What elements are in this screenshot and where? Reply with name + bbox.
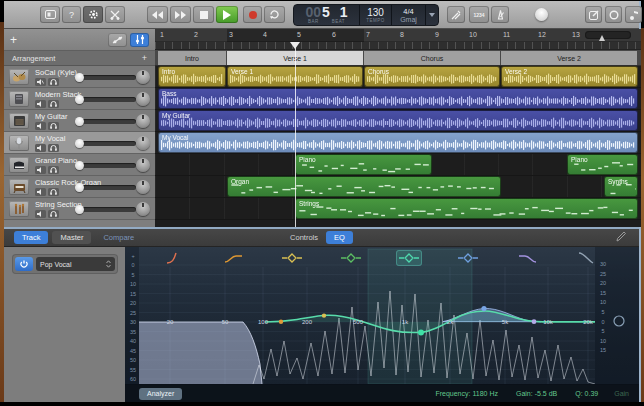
pan-knob[interactable] [136, 202, 150, 216]
volume-knob[interactable] [75, 73, 84, 82]
pan-knob[interactable] [136, 180, 150, 194]
pan-knob[interactable] [136, 92, 150, 106]
automation-button[interactable] [108, 33, 127, 47]
band-high-shelf[interactable] [514, 250, 540, 266]
settings-button[interactable] [83, 6, 103, 23]
volume-knob[interactable] [75, 205, 84, 214]
region-synths[interactable]: Synths [604, 176, 638, 197]
pan-knob[interactable] [136, 158, 150, 172]
add-track-button[interactable]: + [10, 35, 17, 45]
eq-graph[interactable]: + 05 1015 2025 3035 4045 5055 60 3025 20… [125, 247, 639, 402]
track-header-grand-piano[interactable]: Grand Piano [4, 154, 155, 176]
region-my-vocal[interactable]: My Vocal [158, 132, 638, 153]
volume-knob[interactable] [75, 183, 84, 192]
band-lowpass[interactable] [573, 250, 599, 266]
solo-button[interactable] [48, 188, 59, 196]
pan-knob[interactable] [136, 70, 150, 84]
arrangement-marker-intro[interactable]: Intro [158, 51, 226, 65]
band-bell-yellow[interactable] [279, 250, 305, 266]
arrangement-marker-chorus[interactable]: Chorus [364, 51, 500, 65]
mute-button[interactable] [35, 144, 46, 152]
beat-ruler[interactable] [155, 42, 641, 50]
track-header-socal[interactable]: SoCal (Kyle) [4, 66, 155, 88]
tab-compare[interactable]: Compare [97, 231, 140, 244]
mixer-button[interactable] [130, 33, 149, 47]
eq-point-blue[interactable] [481, 306, 486, 311]
zoom-slider[interactable] [585, 31, 631, 39]
tab-controls[interactable]: Controls [290, 233, 318, 242]
volume-knob[interactable] [75, 95, 84, 104]
eq-point-low-shelf[interactable] [279, 320, 283, 324]
volume-knob[interactable] [75, 139, 84, 148]
edit-pencil-button[interactable] [616, 231, 627, 244]
media-browser-button[interactable] [625, 6, 642, 23]
lcd-display[interactable]: 00 5 1 BAR BEAT 130 TEMPO 4/4 Gmaj [293, 4, 439, 26]
loop-browser-button[interactable] [605, 6, 622, 23]
region-drums-chorus[interactable]: Chorus [364, 66, 500, 87]
volume-knob[interactable] [75, 117, 84, 126]
solo-button[interactable] [48, 210, 59, 218]
track-header-classic-rock-organ[interactable]: Classic Rock Organ [4, 176, 155, 198]
library-button[interactable] [40, 6, 60, 23]
eq-point-yellow[interactable] [322, 313, 326, 317]
region-piano-2[interactable]: Piano [567, 154, 638, 175]
solo-button[interactable] [48, 78, 59, 86]
region-strings[interactable]: Strings [295, 198, 638, 219]
tab-eq[interactable]: EQ [326, 231, 353, 244]
solo-button[interactable] [48, 144, 59, 152]
notepad-button[interactable] [585, 6, 602, 23]
track-header-string-section[interactable]: String Section [4, 198, 155, 220]
patch-select[interactable]: Pop Vocal [36, 257, 115, 271]
volume-slider[interactable] [80, 185, 136, 190]
bar-ruler[interactable]: 12 34 56 78 910 1112 13 [155, 29, 641, 42]
track-header-modern-stack[interactable]: Modern Stack [4, 88, 155, 110]
arrangement-add-button[interactable]: + [142, 53, 147, 63]
volume-knob[interactable] [75, 161, 84, 170]
eq-point-selected[interactable] [418, 329, 424, 335]
volume-slider[interactable] [80, 207, 136, 212]
track-header-my-guitar[interactable]: My Guitar [4, 110, 155, 132]
mute-button[interactable] [35, 122, 46, 130]
zoom-slider-knob[interactable] [599, 32, 605, 41]
cut-button[interactable] [105, 6, 125, 23]
region-piano-1[interactable]: Piano [295, 154, 432, 175]
band-bell-blue[interactable] [455, 250, 481, 266]
pan-knob[interactable] [136, 114, 150, 128]
volume-slider[interactable] [80, 97, 136, 102]
eq-point-lavender[interactable] [532, 319, 537, 324]
region-organ[interactable]: Organ [227, 176, 501, 197]
stop-button[interactable] [193, 6, 214, 23]
solo-button[interactable] [48, 166, 59, 174]
mute-button[interactable] [35, 188, 46, 196]
region-drums-verse2[interactable]: Verse 2 [501, 66, 638, 87]
region-bass[interactable]: Bass [158, 88, 638, 109]
mute-button[interactable] [35, 210, 46, 218]
volume-slider[interactable] [80, 141, 136, 146]
mute-button[interactable] [35, 100, 46, 108]
arrangement-header[interactable]: Arrangement + [4, 51, 155, 66]
region-drums-intro[interactable]: Intro [158, 66, 226, 87]
solo-button[interactable] [48, 122, 59, 130]
volume-slider[interactable] [80, 75, 136, 80]
band-low-shelf[interactable] [220, 250, 246, 266]
playhead-handle[interactable] [290, 42, 300, 54]
count-in-button[interactable]: 1234 [469, 6, 489, 23]
band-highpass[interactable] [161, 250, 187, 266]
analyzer-button[interactable]: Analyzer [139, 388, 182, 400]
metronome-button[interactable] [491, 6, 509, 23]
band-bell-teal-selected[interactable] [396, 250, 422, 266]
region-my-guitar[interactable]: My Guitar [158, 110, 638, 131]
solo-button[interactable] [48, 100, 59, 108]
plugin-power-button[interactable] [15, 257, 33, 271]
mute-button[interactable] [35, 78, 46, 86]
mute-button[interactable] [35, 166, 46, 174]
pan-knob[interactable] [136, 136, 150, 150]
cycle-button[interactable] [264, 6, 285, 23]
tab-track[interactable]: Track [14, 231, 48, 244]
help-button[interactable]: ? [62, 6, 81, 23]
arrangement-marker-verse2[interactable]: Verse 2 [501, 51, 637, 65]
band-bell-green[interactable] [338, 250, 364, 266]
forward-button[interactable] [170, 6, 191, 23]
tab-master[interactable]: Master [52, 231, 91, 244]
track-header-my-vocal[interactable]: My Vocal [4, 132, 155, 154]
